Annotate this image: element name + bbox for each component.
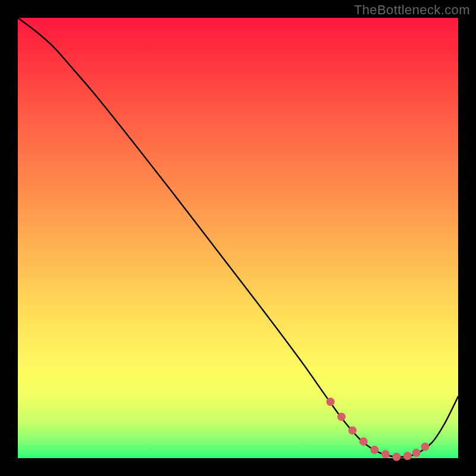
plot-area xyxy=(18,18,458,458)
optimal-range-markers xyxy=(326,397,429,461)
watermark-text: TheBottleneck.com xyxy=(354,2,470,18)
curve-svg xyxy=(18,18,458,458)
optimal-marker xyxy=(412,449,421,457)
optimal-marker xyxy=(392,453,400,461)
optimal-marker xyxy=(359,437,368,446)
bottleneck-curve-path xyxy=(18,18,458,457)
optimal-marker xyxy=(348,426,356,434)
chart-stage: TheBottleneck.com xyxy=(0,0,476,476)
optimal-marker xyxy=(337,412,346,421)
optimal-marker xyxy=(381,450,390,458)
optimal-marker xyxy=(403,452,412,460)
optimal-marker xyxy=(421,443,430,451)
optimal-marker xyxy=(370,446,378,454)
optimal-marker xyxy=(326,397,334,406)
